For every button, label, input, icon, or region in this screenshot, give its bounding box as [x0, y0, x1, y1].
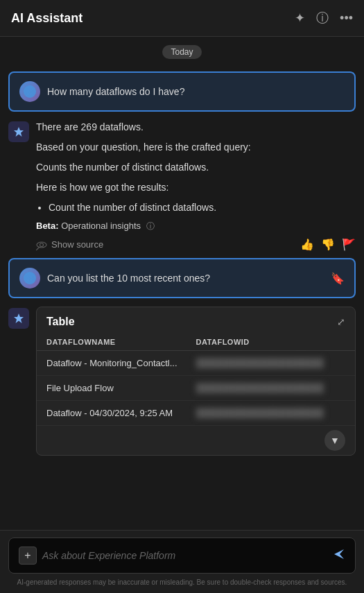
ai-table-content: Table ⤢ DATAFLOWNAME DATAFLOWID Dataflow… — [36, 307, 356, 456]
ai-content-1: There are 269 dataflows. Based on your q… — [36, 120, 356, 251]
send-icon — [333, 548, 345, 560]
table-row: Dataflow - 04/30/2024, 9:25 AM █████████… — [37, 401, 355, 426]
cell-name-3: Dataflow - 04/30/2024, 9:25 AM — [46, 408, 196, 418]
avatar — [19, 81, 40, 102]
app-title: AI Assistant — [11, 11, 83, 26]
user-message-1: How many dataflows do I have? — [8, 71, 356, 112]
svg-point-2 — [40, 243, 44, 246]
show-source-button[interactable]: Show source — [36, 239, 103, 250]
input-box: + Ask about Experience Platform — [8, 538, 356, 574]
thumbs-down-icon[interactable]: 👎 — [321, 238, 335, 251]
cell-id-2: ████████████████████ — [196, 383, 346, 393]
ai-text-1: There are 269 dataflows. Based on your q… — [36, 120, 356, 215]
table-row: Dataflow - Monitoring_Contactl... ██████… — [37, 351, 355, 376]
ai-avatar-1 — [8, 121, 29, 142]
chat-area: Today How many dataflows do I have? — [0, 37, 364, 530]
scroll-down-button[interactable]: ▼ — [324, 430, 345, 451]
table-card: Table ⤢ DATAFLOWNAME DATAFLOWID Dataflow… — [36, 307, 356, 456]
chat-input[interactable]: Ask about Experience Platform — [42, 550, 327, 561]
svg-line-3 — [36, 247, 40, 250]
beta-label-text: Operational insights — [61, 221, 141, 231]
table-columns: DATAFLOWNAME DATAFLOWID — [37, 334, 355, 351]
table-row: File Upload Flow ████████████████████ — [37, 376, 355, 401]
ai-avatar-2 — [8, 308, 29, 329]
cell-name-1: Dataflow - Monitoring_Contactl... — [46, 358, 196, 368]
date-separator: Today — [8, 45, 356, 59]
date-badge: Today — [162, 45, 201, 59]
ai-line-4: Here is how we got the results: — [36, 180, 356, 195]
disclaimer-text: AI-generated responses may be inaccurate… — [8, 574, 356, 589]
table-title: Table — [46, 316, 75, 328]
more-options-icon[interactable]: ••• — [340, 11, 353, 26]
header-actions: ✦ ⓘ ••• — [295, 10, 353, 26]
flag-icon[interactable]: 🚩 — [342, 238, 356, 251]
sun-icon[interactable]: ✦ — [295, 10, 305, 26]
cell-id-3: ████████████████████ — [196, 408, 346, 418]
beta-strong: Beta: — [36, 221, 59, 231]
col-dataflowname: DATAFLOWNAME — [46, 338, 196, 346]
user-message-2: Can you list the 10 most recent ones? 🔖 — [8, 258, 356, 298]
show-source-label: Show source — [51, 239, 103, 250]
thumbs-up-icon[interactable]: 👍 — [300, 238, 314, 251]
ai-line-2: Based on your question, here is the craf… — [36, 140, 356, 155]
user-message-text: How many dataflows do I have? — [47, 86, 184, 97]
beta-label: Beta: Operational insights ⓘ — [36, 221, 356, 232]
cell-id-1: ████████████████████ — [196, 358, 346, 368]
scroll-down-container: ▼ — [37, 426, 355, 455]
feedback-icons: 👍 👎 🚩 — [300, 238, 356, 251]
input-area: + Ask about Experience Platform AI-gener… — [0, 530, 364, 593]
eye-icon — [36, 239, 47, 250]
beta-info-icon[interactable]: ⓘ — [146, 221, 155, 231]
expand-icon[interactable]: ⤢ — [337, 316, 345, 327]
info-icon[interactable]: ⓘ — [316, 10, 329, 26]
send-button[interactable] — [333, 548, 345, 563]
ai-message-2: Table ⤢ DATAFLOWNAME DATAFLOWID Dataflow… — [8, 307, 356, 456]
user-message-2-text: Can you list the 10 most recent ones? — [47, 273, 210, 284]
svg-point-4 — [24, 272, 36, 284]
svg-point-0 — [24, 85, 36, 98]
add-icon: + — [24, 549, 31, 562]
app-header: AI Assistant ✦ ⓘ ••• — [0, 0, 364, 37]
show-source-row: Show source 👍 👎 🚩 — [36, 238, 356, 251]
col-dataflowid: DATAFLOWID — [196, 338, 346, 346]
ai-line-1: There are 269 dataflows. — [36, 120, 356, 135]
table-header: Table ⤢ — [37, 307, 355, 334]
add-button[interactable]: + — [19, 547, 37, 565]
avatar-2 — [19, 268, 40, 289]
ai-bullet-1: Count the number of distinct dataflows. — [49, 200, 356, 215]
bookmark-icon[interactable]: 🔖 — [331, 272, 345, 285]
ai-line-3: Counts the number of distinct dataflows. — [36, 160, 356, 175]
cell-name-2: File Upload Flow — [46, 383, 196, 393]
ai-message-1: There are 269 dataflows. Based on your q… — [8, 120, 356, 251]
